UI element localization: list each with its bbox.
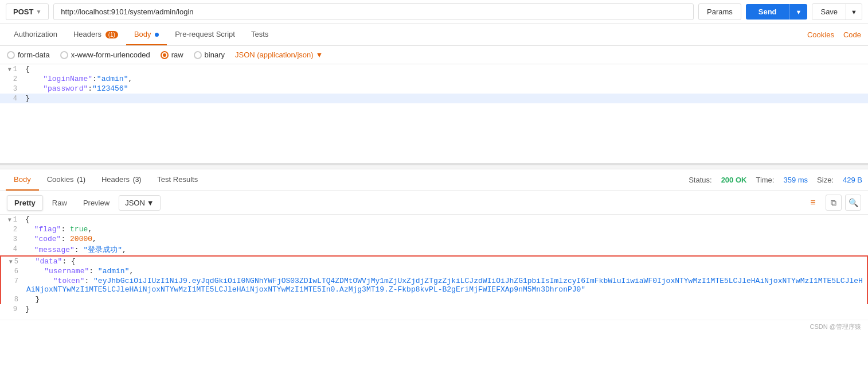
resp-tab-test-results-label: Test Results xyxy=(157,175,198,184)
resp-code-content-4: "message": "登录成功", xyxy=(23,244,868,255)
resp-status-label: Status: xyxy=(689,176,711,184)
cookies-link[interactable]: Cookies xyxy=(806,25,835,45)
resp-line-num-6: 6 xyxy=(1,267,24,275)
tab-tests-label: Tests xyxy=(251,30,268,38)
tab-authorization[interactable]: Authorization xyxy=(6,24,65,45)
req-line-2: 2 "loginName":"admin", xyxy=(0,74,868,84)
tab-body[interactable]: Body xyxy=(126,24,167,45)
params-button[interactable]: Params xyxy=(698,3,741,20)
resp-code-content-9: } xyxy=(23,305,868,313)
resp-tab-headers-label: Headers xyxy=(101,175,130,184)
resp-code-content-3: "code": 20000, xyxy=(23,235,868,243)
req-code-3: "password":"123456" xyxy=(23,84,868,93)
format-preview-button[interactable]: Preview xyxy=(76,196,116,210)
req-tab-right-links: Cookies Code xyxy=(806,25,862,45)
body-type-binary-label: binary xyxy=(205,51,225,59)
resp-code-content-1: { xyxy=(23,215,868,224)
resp-line-9: 9 } xyxy=(0,304,868,314)
save-group: Save ▼ xyxy=(812,3,862,20)
send-button[interactable]: Send xyxy=(746,4,789,20)
resp-size-value: 429 B xyxy=(843,176,862,184)
request-body-editor[interactable]: ▼ 1 { 2 "loginName":"admin", 3 "password… xyxy=(0,64,868,165)
resp-format-icons: ≡ ⧉ 🔍 xyxy=(804,195,861,211)
resp-cookies-badge: (1) xyxy=(77,176,85,184)
tab-headers[interactable]: Headers (1) xyxy=(65,24,126,45)
resp-line-2: 2 "flag": true, xyxy=(0,224,868,234)
resp-line-1: ▼ 1 { xyxy=(0,215,868,224)
req-line-num-4: 4 xyxy=(0,94,23,103)
json-format-chevron-icon: ▼ xyxy=(147,199,154,207)
save-dropdown-button[interactable]: ▼ xyxy=(846,4,862,20)
resp-time-value: 359 ms xyxy=(783,176,808,184)
resp-line-num-7: 7 xyxy=(1,277,24,285)
json-type-button[interactable]: JSON (application/json) ▼ xyxy=(235,51,323,59)
radio-urlencoded xyxy=(60,51,68,59)
section-divider xyxy=(0,165,868,169)
collapse-toggle-1[interactable]: ▼ xyxy=(8,67,11,73)
resp-size-label: Size: xyxy=(817,176,834,184)
resp-code-content-7: "token": "eyJhbGciOiJIUzI1NiJ9.eyJqdGkiO… xyxy=(24,277,867,294)
method-button[interactable]: POST ▼ xyxy=(6,3,49,20)
resp-line-7: 7 "token": "eyJhbGciOiJIUzI1NiJ9.eyJqdGk… xyxy=(0,276,868,294)
url-input[interactable] xyxy=(53,3,694,20)
method-chevron-icon: ▼ xyxy=(36,9,41,15)
top-bar: POST ▼ Params Send ▼ Save ▼ xyxy=(0,0,868,24)
resp-line-8: 8 } xyxy=(0,294,868,304)
resp-headers-badge: (3) xyxy=(133,176,142,184)
wrap-lines-button[interactable]: ≡ xyxy=(804,195,822,211)
tab-prerequest-label: Pre-request Script xyxy=(175,30,235,38)
radio-binary xyxy=(194,51,202,59)
tab-tests[interactable]: Tests xyxy=(243,24,276,45)
body-dot-indicator xyxy=(155,33,159,37)
req-code-1: { xyxy=(23,65,868,73)
resp-tab-headers[interactable]: Headers (3) xyxy=(93,169,149,191)
response-meta: Status: 200 OK Time: 359 ms Size: 429 B xyxy=(689,176,862,184)
save-button[interactable]: Save xyxy=(812,4,846,20)
request-tabs: Authorization Headers (1) Body Pre-reque… xyxy=(0,24,868,46)
resp-line-num-5: ▼ 5 xyxy=(1,257,24,266)
resp-line-num-9: 9 xyxy=(0,305,23,313)
body-type-raw[interactable]: raw xyxy=(161,51,183,59)
resp-tab-cookies[interactable]: Cookies (1) xyxy=(39,169,93,191)
req-line-num-1: ▼ 1 xyxy=(0,65,23,73)
send-dropdown-button[interactable]: ▼ xyxy=(789,4,808,20)
tab-authorization-label: Authorization xyxy=(14,30,57,38)
body-type-formdata-label: form-data xyxy=(18,51,50,59)
body-type-binary[interactable]: binary xyxy=(194,51,225,59)
resp-line-3: 3 "code": 20000, xyxy=(0,234,868,244)
resp-code-content-5: "data": { xyxy=(24,257,867,266)
body-type-urlencoded-label: x-www-form-urlencoded xyxy=(71,51,150,59)
resp-tab-body[interactable]: Body xyxy=(6,169,39,191)
resp-line-num-3: 3 xyxy=(0,235,23,243)
format-pretty-button[interactable]: Pretty xyxy=(7,195,43,211)
req-line-4: 4 } xyxy=(0,94,868,103)
headers-badge: (1) xyxy=(105,31,118,38)
resp-status-value: 200 OK xyxy=(721,176,747,184)
json-format-dropdown[interactable]: JSON ▼ xyxy=(119,195,161,211)
search-button[interactable]: 🔍 xyxy=(845,195,861,211)
method-label: POST xyxy=(13,7,33,16)
resp-tab-test-results[interactable]: Test Results xyxy=(149,169,206,191)
body-type-selectors: form-data x-www-form-urlencoded raw bina… xyxy=(0,46,868,64)
resp-collapse-toggle-1[interactable]: ▼ xyxy=(8,217,11,223)
body-type-urlencoded[interactable]: x-www-form-urlencoded xyxy=(60,51,150,59)
req-line-num-3: 3 xyxy=(0,84,23,93)
code-link[interactable]: Code xyxy=(842,25,862,45)
footer: CSDN @管理序猿 xyxy=(0,320,868,333)
req-line-3: 3 "password":"123456" xyxy=(0,84,868,94)
resp-line-num-2: 2 xyxy=(0,225,23,234)
resp-line-num-8: 8 xyxy=(1,295,24,304)
body-type-raw-label: raw xyxy=(171,51,183,59)
footer-text: CSDN @管理序猿 xyxy=(810,323,861,330)
resp-line-6: 6 "username": "admin", xyxy=(0,266,868,276)
resp-collapse-toggle-5[interactable]: ▼ xyxy=(9,259,13,265)
send-group: Send ▼ xyxy=(746,4,808,20)
body-type-formdata[interactable]: form-data xyxy=(7,51,50,59)
tab-prerequest[interactable]: Pre-request Script xyxy=(167,24,243,45)
resp-tab-body-label: Body xyxy=(14,175,31,184)
response-section: Body Cookies (1) Headers (3) Test Result… xyxy=(0,169,868,320)
format-raw-button[interactable]: Raw xyxy=(45,196,74,210)
copy-button[interactable]: ⧉ xyxy=(826,195,842,211)
resp-code-content-6: "username": "admin", xyxy=(24,267,867,275)
resp-code-content-8: } xyxy=(24,295,867,304)
